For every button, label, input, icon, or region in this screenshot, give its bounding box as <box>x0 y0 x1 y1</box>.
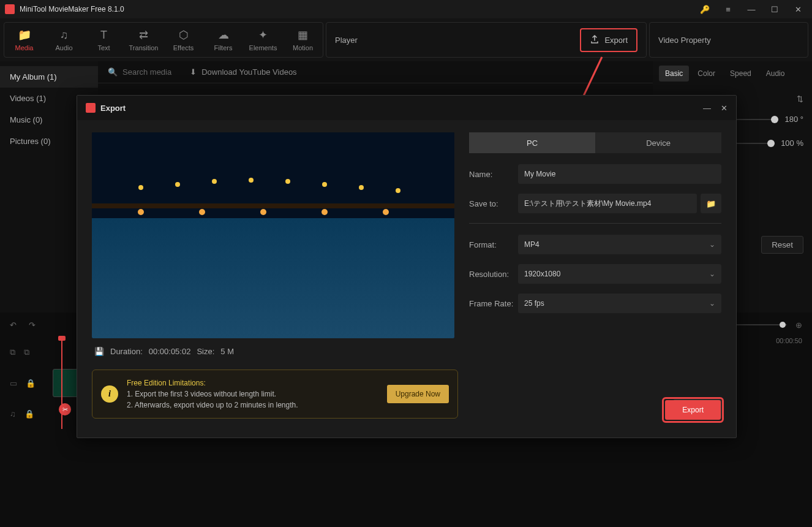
tab-elements[interactable]: ✦Elements <box>243 23 283 57</box>
top-toolbar: 📁Media ♫Audio TText ⇄Transition ⬡Effects… <box>0 18 812 61</box>
limitation-line1: 1. Export the first 3 videos without len… <box>127 389 378 400</box>
player-panel: Player Export <box>326 22 647 58</box>
undo-icon[interactable]: ↶ <box>10 320 17 330</box>
resolution-label: Resolution: <box>469 270 518 279</box>
export-icon <box>590 34 600 46</box>
export-preview <box>92 132 454 338</box>
music-icon: ♫ <box>60 29 69 42</box>
dialog-minimize-button[interactable]: — <box>703 104 711 113</box>
svg-point-14 <box>260 209 266 215</box>
video-property-label: Video Property <box>658 36 711 45</box>
chevron-down-icon: ⌄ <box>709 299 715 308</box>
svg-rect-2 <box>92 218 454 338</box>
download-icon: ⬇ <box>190 67 197 77</box>
saveto-input[interactable]: E:\テスト用\テスト素材\My Movie.mp4 <box>518 194 697 213</box>
target-tab-pc[interactable]: PC <box>469 132 595 153</box>
prop-tab-audio[interactable]: Audio <box>760 66 791 82</box>
dialog-title: Export <box>100 104 126 113</box>
motion-icon: ▦ <box>298 28 308 42</box>
upgrade-button[interactable]: Upgrade Now <box>387 385 449 403</box>
tab-motion[interactable]: ▦Motion <box>283 23 323 57</box>
svg-point-4 <box>138 185 143 190</box>
export-button-top[interactable]: Export <box>580 28 637 52</box>
reset-button[interactable]: Reset <box>761 236 803 254</box>
minimize-button[interactable]: — <box>742 0 761 18</box>
license-key-icon[interactable]: 🔑 <box>696 0 714 18</box>
svg-point-10 <box>359 185 364 190</box>
info-icon: i <box>101 385 118 403</box>
svg-point-12 <box>138 209 144 215</box>
export-button-highlight: Export <box>662 397 724 423</box>
svg-point-16 <box>383 209 389 215</box>
cut-icon[interactable]: ✂ <box>59 403 71 415</box>
svg-point-5 <box>175 182 180 187</box>
transition-icon: ⇄ <box>139 28 148 42</box>
dialog-logo-icon <box>86 103 96 113</box>
tab-audio[interactable]: ♫Audio <box>44 23 84 57</box>
audio-track-icon: ♫ <box>10 409 16 419</box>
svg-point-15 <box>321 209 328 215</box>
playhead[interactable] <box>61 337 62 429</box>
prop-tab-speed[interactable]: Speed <box>724 66 757 82</box>
export-dialog: Export — ✕ PC Dev <box>77 95 737 438</box>
filters-icon: ☁ <box>218 28 229 42</box>
svg-point-7 <box>249 178 254 183</box>
resolution-dropdown[interactable]: 1920x1080⌄ <box>518 264 721 284</box>
app-logo-icon <box>5 4 15 14</box>
opacity-value: 100 % <box>781 138 803 148</box>
svg-point-11 <box>396 188 400 193</box>
limitation-title: Free Edition Limitations: <box>127 377 378 389</box>
rotate-value: 180 ° <box>784 115 803 124</box>
save-icon: 💾 <box>94 347 104 356</box>
svg-point-9 <box>322 182 327 187</box>
sidebar-item-myalbum[interactable]: My Album (1) <box>0 66 98 88</box>
folder-icon: 📁 <box>706 199 716 208</box>
divider <box>469 223 721 224</box>
name-label: Name: <box>469 170 518 179</box>
dialog-close-button[interactable]: ✕ <box>721 104 727 113</box>
svg-point-6 <box>212 179 217 184</box>
target-tab-device[interactable]: Device <box>595 132 721 153</box>
lock-icon[interactable]: 🔒 <box>26 379 36 388</box>
svg-point-8 <box>285 179 290 184</box>
menu-icon[interactable]: ≡ <box>719 0 737 18</box>
search-placeholder: Search media <box>122 67 171 77</box>
video-property-panel: Video Property <box>649 22 808 58</box>
app-title: MiniTool MovieMaker Free 8.1.0 <box>20 5 124 13</box>
zoom-in-icon[interactable]: ⊕ <box>795 320 802 330</box>
tab-effects[interactable]: ⬡Effects <box>164 23 203 57</box>
tab-media[interactable]: 📁Media <box>4 23 44 57</box>
name-input[interactable]: My Movie <box>518 164 721 184</box>
download-youtube-link[interactable]: ⬇ Download YouTube Videos <box>190 67 296 77</box>
effects-icon: ⬡ <box>179 28 189 42</box>
paste-icon[interactable]: ⧉ <box>24 347 29 357</box>
tab-filters[interactable]: ☁Filters <box>203 23 243 57</box>
title-bar: MiniTool MovieMaker Free 8.1.0 🔑 ≡ — ☐ ✕ <box>0 0 812 18</box>
video-track-icon: ▭ <box>10 379 17 388</box>
export-button[interactable]: Export <box>665 400 721 420</box>
limitation-notice: i Free Edition Limitations: 1. Export th… <box>92 370 458 419</box>
format-dropdown[interactable]: MP4⌄ <box>518 235 721 254</box>
chevron-down-icon: ⌄ <box>709 240 715 249</box>
flip-icon[interactable]: ⇅ <box>797 94 803 104</box>
maximize-button[interactable]: ☐ <box>765 0 784 18</box>
text-icon: T <box>100 29 107 42</box>
elements-icon: ✦ <box>258 28 268 42</box>
browse-button[interactable]: 📁 <box>701 194 721 213</box>
framerate-dropdown[interactable]: 25 fps⌄ <box>518 294 721 313</box>
format-label: Format: <box>469 240 518 249</box>
redo-icon[interactable]: ↷ <box>29 320 36 330</box>
lock-icon[interactable]: 🔒 <box>24 409 34 419</box>
tab-transition[interactable]: ⇄Transition <box>124 23 164 57</box>
search-input[interactable]: 🔍 Search media <box>108 67 171 77</box>
close-button[interactable]: ✕ <box>789 0 807 18</box>
tab-text[interactable]: TText <box>84 23 124 57</box>
copy-icon[interactable]: ⧉ <box>10 347 15 357</box>
export-button-label: Export <box>604 36 628 45</box>
player-label: Player <box>335 36 358 45</box>
search-icon: 🔍 <box>108 67 118 77</box>
saveto-label: Save to: <box>469 199 518 208</box>
prop-tab-color[interactable]: Color <box>691 66 721 82</box>
folder-icon: 📁 <box>18 28 31 42</box>
prop-tab-basic[interactable]: Basic <box>659 66 689 82</box>
